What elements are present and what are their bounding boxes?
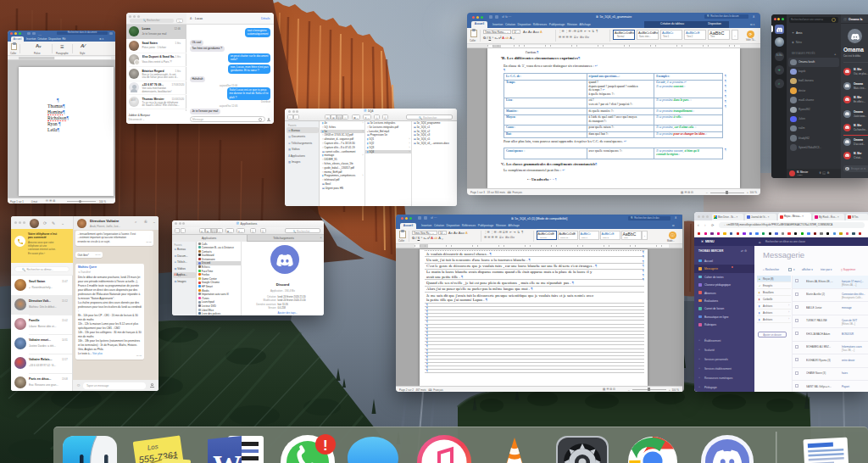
svg-text:!: ! xyxy=(323,438,328,454)
svg-text:W: W xyxy=(213,449,242,463)
svg-text:Los: Los xyxy=(147,443,159,452)
